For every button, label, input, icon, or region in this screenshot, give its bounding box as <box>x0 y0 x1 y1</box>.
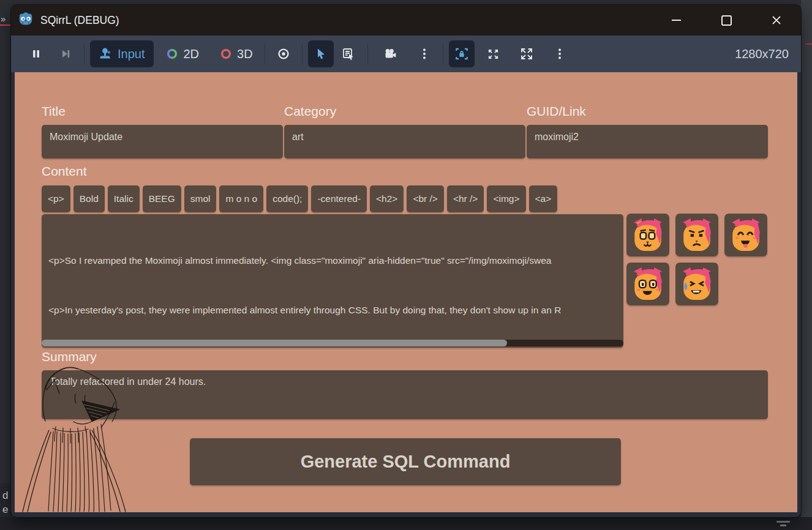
kebab-menu-icon <box>418 47 430 61</box>
select-mode-button[interactable] <box>308 40 334 67</box>
moximoji-content-button[interactable] <box>626 214 669 256</box>
maximize-button[interactable] <box>715 9 737 31</box>
guid-input[interactable]: moximoji2 <box>527 125 768 159</box>
kebab-menu-icon <box>554 47 566 61</box>
camera-2d-button[interactable]: 2D <box>160 40 205 67</box>
embed-options-menu-button[interactable] <box>547 40 573 67</box>
input-toggle-button[interactable]: Input <box>90 40 154 67</box>
format-br-button[interactable]: <br /> <box>407 185 444 212</box>
category-input[interactable]: art <box>284 125 525 159</box>
window-title: SQirrL (DEBUG) <box>40 14 119 27</box>
moximoji-excited-icon <box>630 266 666 302</box>
editor-red-line <box>0 24 11 26</box>
joystick-icon <box>99 47 113 61</box>
fullscreen-icon <box>519 47 534 61</box>
editor-grip-icon <box>776 521 790 527</box>
format-beeg-button[interactable]: BEEG <box>143 185 181 212</box>
moximoji-sweat-button[interactable] <box>675 263 718 305</box>
movie-mode-button[interactable] <box>377 40 403 67</box>
close-button[interactable] <box>765 9 788 31</box>
format-bold-button[interactable]: Bold <box>73 185 105 212</box>
embed-resize-button[interactable] <box>481 40 506 67</box>
summary-input[interactable]: Totally refactored in under 24 hours. <box>42 370 768 419</box>
format-centered-button[interactable]: -centered- <box>311 185 367 212</box>
toolbar-separator <box>265 43 265 64</box>
moximoji-unamused-button[interactable] <box>675 214 718 256</box>
camera-3d-label: 3D <box>237 47 253 61</box>
content-label: Content <box>42 164 87 179</box>
input-toggle-label: Input <box>118 47 145 61</box>
movie-camera-icon <box>383 47 397 61</box>
resolution-readout: 1280x720 <box>735 47 789 61</box>
editor-bottom-panel <box>0 517 812 530</box>
pause-button[interactable] <box>23 40 49 67</box>
editor-text-fragment: d <box>2 490 8 502</box>
maximize-icon <box>721 15 732 26</box>
debug-toolbar: Input 2D 3D <box>11 35 801 72</box>
horizontal-scrollbar[interactable] <box>42 340 623 346</box>
editor-red-line <box>805 43 812 45</box>
moximoji-tongue-out-button[interactable] <box>724 214 767 256</box>
editor-right-panel <box>801 0 812 530</box>
capture-lock-icon <box>454 47 469 61</box>
ring-2d-icon <box>166 48 178 60</box>
cursor-arrow-icon <box>314 47 328 61</box>
next-frame-icon <box>59 48 72 60</box>
fullscreen-button[interactable] <box>514 40 539 67</box>
next-frame-button[interactable] <box>53 40 78 67</box>
summary-label: Summary <box>42 349 97 364</box>
game-window: SQirrL (DEBUG) Input <box>11 5 801 517</box>
moximoji-unamused-icon <box>679 217 715 253</box>
moximoji-excited-button[interactable] <box>626 263 669 305</box>
guid-label: GUID/Link <box>527 104 586 119</box>
minimize-button[interactable] <box>665 9 687 31</box>
content-text: <p>So I revamped the Moximoji almost imm… <box>42 214 623 338</box>
node-select-list-button[interactable] <box>336 40 362 67</box>
title-input[interactable]: Moximoji Update <box>42 125 283 159</box>
camera-3d-button[interactable]: 3D <box>214 40 259 67</box>
format-toolbar: <p> Bold Italic BEEG smol m o n o code()… <box>42 185 557 212</box>
keep-aspect-lock-button[interactable] <box>449 40 475 67</box>
toolbar-separator <box>443 43 443 64</box>
format-a-button[interactable]: <a> <box>529 185 558 212</box>
editor-text-fragment: e <box>2 504 8 516</box>
toolbar-separator <box>367 43 368 64</box>
format-p-button[interactable]: <p> <box>42 185 70 212</box>
format-italic-button[interactable]: Italic <box>108 185 140 212</box>
ring-3d-icon <box>220 48 232 60</box>
moximoji-panel <box>626 214 769 305</box>
toolbar-separator <box>84 43 85 64</box>
content-textarea[interactable]: <p>So I revamped the Moximoji almost imm… <box>42 214 623 348</box>
moximoji-sweat-icon <box>679 266 715 302</box>
camera-2d-label: 2D <box>183 47 199 61</box>
window-titlebar[interactable]: SQirrL (DEBUG) <box>11 5 801 35</box>
close-icon <box>772 15 781 25</box>
format-h2-button[interactable]: <h2> <box>370 185 404 212</box>
minimize-icon <box>672 20 681 21</box>
godot-logo-icon <box>18 11 34 29</box>
format-hr-button[interactable]: <hr /> <box>447 185 484 212</box>
format-img-button[interactable]: <img> <box>487 185 525 212</box>
generate-sql-button[interactable]: Generate SQL Command <box>190 438 621 485</box>
resize-window-icon <box>486 47 500 61</box>
record-eye-icon <box>277 47 290 61</box>
pause-icon <box>30 48 42 60</box>
title-label: Title <box>42 104 66 119</box>
debug-options-menu-button[interactable] <box>412 40 437 67</box>
format-mono-button[interactable]: m o n o <box>219 185 263 212</box>
moximoji-content-icon <box>630 217 666 253</box>
category-label: Category <box>284 104 336 119</box>
scrollbar-thumb[interactable] <box>42 340 507 346</box>
toolbar-separator <box>302 43 303 64</box>
list-cursor-icon <box>342 47 356 61</box>
visible-collision-button[interactable] <box>271 40 296 67</box>
game-viewport: Title Category GUID/Link Moximoji Update… <box>15 72 797 512</box>
editor-chevron-fragment: » <box>1 13 4 24</box>
format-smol-button[interactable]: smol <box>184 185 217 212</box>
format-code-button[interactable]: code(); <box>266 185 308 212</box>
moximoji-tongue-out-icon <box>728 217 764 253</box>
